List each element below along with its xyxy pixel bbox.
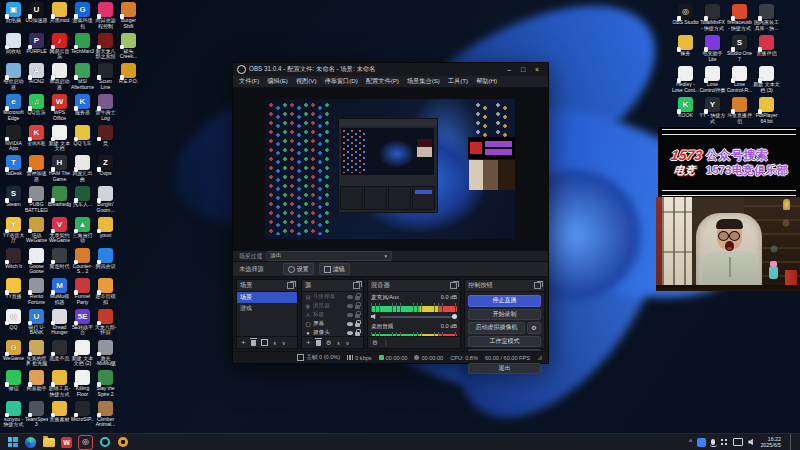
desktop-icon[interactable]: M MuMu模拟器 [48,278,71,309]
obs-preview-canvas[interactable] [233,88,548,251]
source-up-button[interactable]: ∧ [337,340,341,346]
desktop-icon[interactable]: ♪ 网易云音乐 [48,33,71,64]
lock-icon[interactable] [355,332,360,336]
desktop-icon[interactable]: Lose Control伴奏 [699,66,726,97]
desktop-icon[interactable]: youxi [94,217,117,248]
desktop-icon[interactable]: R.E.P.O. [117,63,140,94]
scene-item[interactable]: 游戏 [237,303,297,314]
desktop-icon[interactable]: 聚造时代 [48,248,71,279]
desktop-icon[interactable]: Counter-S... 2 [71,248,94,279]
menu-item[interactable]: 视图(V) [292,77,321,86]
desktop-icon[interactable]: 绘世启动器 [2,63,25,94]
virtual-camera-gear-icon[interactable]: ⚙ [527,322,541,334]
desktop-icon[interactable]: Breathedge [48,186,71,217]
taskbar-wps[interactable]: W [60,436,73,449]
desktop-icon[interactable]: MSI Afterburner [71,63,94,94]
source-item[interactable]: ◉ 浏览器 [302,301,363,310]
add-scene-button[interactable]: + [241,339,246,347]
desktop-icon[interactable]: 斗鱼直播伴侣 [726,97,753,128]
desktop-icon[interactable]: 新建 文本文档 (3) [753,66,780,97]
taskbar-obs-active[interactable]: ◎ [78,435,93,450]
desktop-icon[interactable]: 新建 文本文档 [48,125,71,156]
scene-item[interactable]: 场景 [237,292,297,303]
desktop-icon[interactable]: e Microsoft Edge [2,94,25,125]
desktop-icon[interactable]: W WPS Office [48,94,71,125]
desktop-icon[interactable]: Burglin' Gnom... [94,186,117,217]
desktop-icon[interactable]: K 全民K歌 [25,125,48,156]
desktop-icon[interactable]: 回收站 [2,33,25,64]
desktop-icon[interactable]: Slay the Spire 2 [94,370,117,401]
show-desktop-button[interactable] [790,434,794,450]
popout-icon[interactable] [450,282,457,289]
clock[interactable]: 16:22 2025/6/5 [760,436,781,448]
mixer-more-icon[interactable]: ⋮ [383,339,389,346]
desktop-icon[interactable]: U 银行 U-BANK [25,309,48,340]
remove-scene-button[interactable] [251,340,256,346]
source-item[interactable]: A 标题 [302,310,363,319]
desktop-icon[interactable]: 激光·MuMu版 [94,340,117,371]
desktop-icon[interactable]: 国内重装工具库 - 快... [753,4,780,35]
desktop-icon[interactable]: YY直播 [2,278,25,309]
desktop-icon[interactable]: Burger Shift Team Ru... [117,2,140,33]
visibility-eye-icon[interactable] [347,295,353,299]
source-item[interactable]: ▤ 斗鱼弹幕 [302,292,363,301]
desktop-icon[interactable]: Q QQ [2,309,25,340]
source-item[interactable]: ● 摄像头 [302,329,363,336]
remove-source-button[interactable] [316,340,321,346]
desktop-icon[interactable]: 新天龙八部之永恒经典 [94,33,117,64]
menu-item[interactable]: 停靠窗口(D) [321,77,362,86]
add-source-button[interactable]: + [306,339,311,347]
studio-mode-button[interactable]: 工作室模式 [468,336,541,348]
desktop-icon[interactable]: ▲ 三角洲行动 [71,217,94,248]
lock-icon[interactable] [355,323,360,327]
desktop-icon[interactable]: H HAM The Game [48,155,71,186]
desktop-icon[interactable]: MicroSIP... [71,401,94,432]
source-down-button[interactable]: ∨ [346,340,350,346]
volume-icon[interactable] [748,439,755,446]
desktop-icon[interactable]: 腾讯会议 [94,248,117,279]
display-icon[interactable] [733,438,743,446]
desktop-icon[interactable]: 开黑mod [48,2,71,33]
popout-icon[interactable] [353,282,360,289]
lock-icon[interactable] [355,296,360,300]
desktop-icon[interactable]: 直播伴侣 [753,35,780,66]
source-properties-button[interactable]: 设置 [283,263,314,275]
desktop-icon[interactable]: 超级工具-快捷方式 [48,370,71,401]
volume-slider[interactable] [380,316,457,318]
desktop-icon[interactable]: Rento Fortune -... [25,278,48,309]
popout-icon[interactable] [534,282,541,289]
obs-titlebar[interactable]: OBS 31.0.4 - 配置文件: 未命名 - 场景: 未命名 – □ × [233,63,548,76]
desktop-icon[interactable]: S Steam [2,186,25,217]
desktop-icon[interactable]: NVIDIA App [2,125,25,156]
visibility-eye-icon[interactable] [347,331,353,335]
maximize-button[interactable]: □ [516,66,530,73]
desktop-icon[interactable]: 失落的世界 抢先服 [25,340,48,371]
desktop-icon[interactable]: G 游戏环境包 [71,2,94,33]
lock-icon[interactable] [355,305,360,309]
desktop-icon[interactable]: K KOOK [672,97,699,128]
desktop-icon[interactable]: TotalMixFX - 快捷方式 [699,4,726,35]
desktop-icon[interactable]: TeamSpeak 3 [25,401,48,432]
ime-icon[interactable] [720,438,728,446]
resize-grip[interactable] [537,355,542,360]
menu-item[interactable]: 场景集合(S) [403,77,444,86]
desktop-icon[interactable]: 逆战 WeGame版 [25,217,48,248]
desktop-icon[interactable]: 汽车人... [71,186,94,217]
desktop-icon[interactable]: 微信 [2,370,25,401]
desktop-icon[interactable]: 电竞助手Lite [699,35,726,66]
slider-handle[interactable] [452,314,457,319]
desktop-icon[interactable]: 5E 5E对战平台 [71,309,94,340]
desktop-icon[interactable]: ▣ 此电脑 [2,2,25,33]
desktop-icon[interactable]: Y YY语音大厅 [2,217,25,248]
visibility-eye-icon[interactable] [347,313,353,317]
desktop-icon[interactable]: 罐头 Creek... [117,33,140,64]
source-item[interactable]: ▢ 屏幕 [302,320,363,329]
desktop-icon[interactable]: 超市街模拟 [94,278,117,309]
taskbar-screen-recorder[interactable] [98,436,111,449]
desktop-icon[interactable]: TechMan3 [71,33,94,64]
microphone-icon[interactable] [711,439,715,445]
exit-button[interactable]: 退出 [468,363,541,375]
source-settings-gear-icon[interactable]: ⚙ [326,339,332,347]
speaker-icon[interactable] [371,314,377,320]
desktop-icon[interactable]: PotPlayer 64 bit [753,97,780,128]
